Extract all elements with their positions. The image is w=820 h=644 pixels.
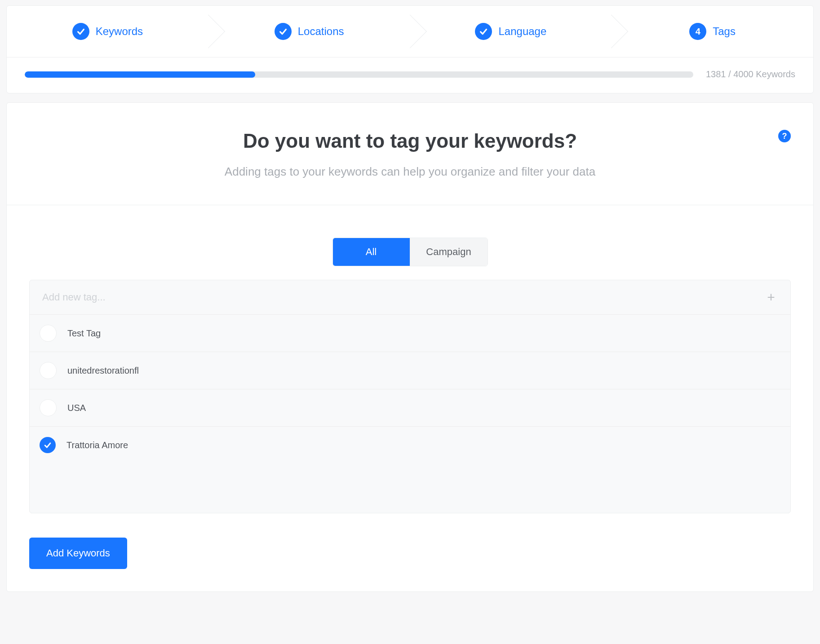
tag-label: Test Tag xyxy=(67,328,101,339)
help-button[interactable]: ? xyxy=(778,130,791,142)
step-language[interactable]: Language xyxy=(410,6,612,57)
checkbox-unchecked-icon[interactable] xyxy=(40,325,57,342)
new-tag-input[interactable] xyxy=(41,291,763,304)
wizard-header: Keywords Locations Language 4 Tags 1381 … xyxy=(6,5,814,93)
check-icon xyxy=(72,23,89,40)
tab-campaign[interactable]: Campaign xyxy=(410,238,488,266)
progress-row: 1381 / 4000 Keywords xyxy=(7,57,813,79)
divider xyxy=(7,205,813,205)
add-tag-button[interactable]: + xyxy=(763,290,779,305)
tag-list: + Test Tag unitedrestorationfl USA Tratt… xyxy=(29,280,791,513)
check-icon xyxy=(275,23,292,40)
page-subtitle: Adding tags to your keywords can help yo… xyxy=(29,165,791,179)
step-label: Locations xyxy=(298,25,344,38)
add-keywords-button[interactable]: Add Keywords xyxy=(29,538,127,569)
tag-row[interactable]: Trattoria Amore xyxy=(30,427,790,463)
step-label: Keywords xyxy=(96,25,143,38)
step-tags[interactable]: 4 Tags xyxy=(612,6,813,57)
progress-text: 1381 / 4000 Keywords xyxy=(706,69,795,79)
tag-label: USA xyxy=(67,403,86,413)
step-label: Tags xyxy=(713,25,736,38)
stepper: Keywords Locations Language 4 Tags xyxy=(7,6,813,57)
tag-row[interactable]: USA xyxy=(30,389,790,427)
plus-icon: + xyxy=(767,290,775,305)
step-keywords[interactable]: Keywords xyxy=(7,6,208,57)
tag-row[interactable]: Test Tag xyxy=(30,315,790,352)
step-label: Language xyxy=(498,25,546,38)
check-icon xyxy=(475,23,492,40)
help-icon: ? xyxy=(782,132,787,141)
step-number-icon: 4 xyxy=(689,23,706,40)
checkbox-checked-icon[interactable] xyxy=(40,437,56,453)
main-panel: ? Do you want to tag your keywords? Addi… xyxy=(6,102,814,592)
page-title: Do you want to tag your keywords? xyxy=(29,130,791,152)
progress-bar xyxy=(25,71,693,78)
checkbox-unchecked-icon[interactable] xyxy=(40,362,57,379)
footer-actions: Add Keywords xyxy=(29,538,791,569)
tag-label: unitedrestorationfl xyxy=(67,366,139,376)
spacer xyxy=(30,463,790,513)
tag-row[interactable]: unitedrestorationfl xyxy=(30,352,790,389)
tab-all[interactable]: All xyxy=(333,238,410,266)
tag-label: Trattoria Amore xyxy=(66,440,128,450)
filter-tabs: All Campaign xyxy=(29,238,791,266)
step-locations[interactable]: Locations xyxy=(208,6,410,57)
checkbox-unchecked-icon[interactable] xyxy=(40,399,57,416)
new-tag-row: + xyxy=(30,280,790,315)
progress-fill xyxy=(25,71,255,78)
